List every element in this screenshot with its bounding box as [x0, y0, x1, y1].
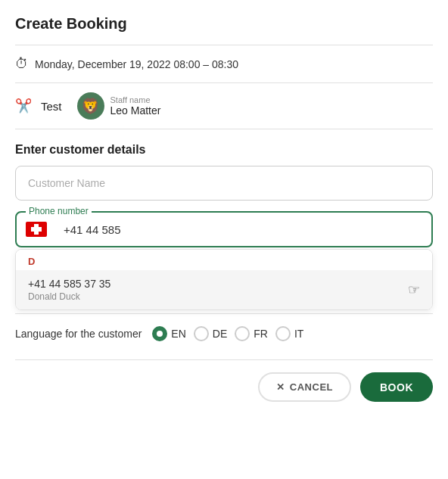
staff-block: 🦁 Staff name Leo Matter	[77, 92, 161, 120]
booking-info-row: ⏱ Monday, December 19, 2022 08:00 – 08:3…	[15, 45, 433, 83]
staff-name: Leo Matter	[110, 104, 161, 117]
service-name: Test	[41, 100, 62, 113]
book-button[interactable]: BOOK	[360, 372, 433, 402]
avatar-emoji: 🦁	[81, 98, 100, 114]
scissors-icon: ✂️	[15, 98, 32, 114]
radio-it-label: IT	[294, 328, 303, 340]
customer-name-input[interactable]	[15, 166, 433, 201]
radio-en-circle	[152, 326, 167, 341]
radio-de-circle	[194, 326, 209, 341]
radio-it-circle	[275, 326, 291, 341]
dropdown-section-header: D	[16, 250, 432, 270]
phone-field-wrapper: Phone number D +41 44 585 37 35 Donald D…	[15, 211, 433, 310]
radio-de-label: DE	[213, 328, 227, 340]
dropdown-phone: +41 44 585 37 35	[28, 278, 420, 290]
clock-icon: ⏱	[15, 56, 29, 72]
staff-info: Staff name Leo Matter	[110, 95, 161, 117]
cancel-button[interactable]: ✕ CANCEL	[258, 372, 351, 402]
dropdown-item[interactable]: +41 44 585 37 35 Donald Duck ☞	[16, 270, 432, 309]
radio-fr-label: FR	[254, 328, 268, 340]
cancel-label: CANCEL	[290, 381, 333, 393]
book-label: BOOK	[380, 381, 413, 393]
phone-dropdown: D +41 44 585 37 35 Donald Duck ☞	[15, 249, 433, 310]
dropdown-contact-name: Donald Duck	[28, 291, 420, 302]
cancel-x-icon: ✕	[276, 381, 285, 393]
radio-it[interactable]: IT	[275, 326, 303, 341]
phone-label: Phone number	[26, 206, 92, 216]
radio-de[interactable]: DE	[194, 326, 227, 341]
language-radio-group: EN DE FR IT	[152, 326, 303, 341]
page-title: Create Booking	[15, 15, 433, 45]
radio-fr-circle	[235, 326, 250, 341]
footer: ✕ CANCEL BOOK	[15, 359, 433, 405]
radio-en-label: EN	[171, 328, 185, 340]
phone-input[interactable]	[54, 213, 431, 246]
language-row: Language for the customer EN DE FR IT	[15, 313, 433, 353]
flag-button[interactable]	[17, 213, 54, 246]
radio-fr[interactable]: FR	[235, 326, 268, 341]
booking-datetime: Monday, December 19, 2022 08:00 – 08:30	[35, 58, 238, 70]
customer-details-title: Enter customer details	[15, 143, 433, 157]
create-booking-page: Create Booking ⏱ Monday, December 19, 20…	[0, 0, 448, 420]
swiss-flag-icon	[26, 222, 47, 237]
language-label: Language for the customer	[15, 328, 142, 340]
avatar: 🦁	[77, 92, 104, 120]
radio-en[interactable]: EN	[152, 326, 185, 341]
phone-container: Phone number	[15, 211, 433, 247]
staff-label: Staff name	[110, 95, 161, 104]
service-row: ✂️ Test 🦁 Staff name Leo Matter	[15, 83, 433, 129]
